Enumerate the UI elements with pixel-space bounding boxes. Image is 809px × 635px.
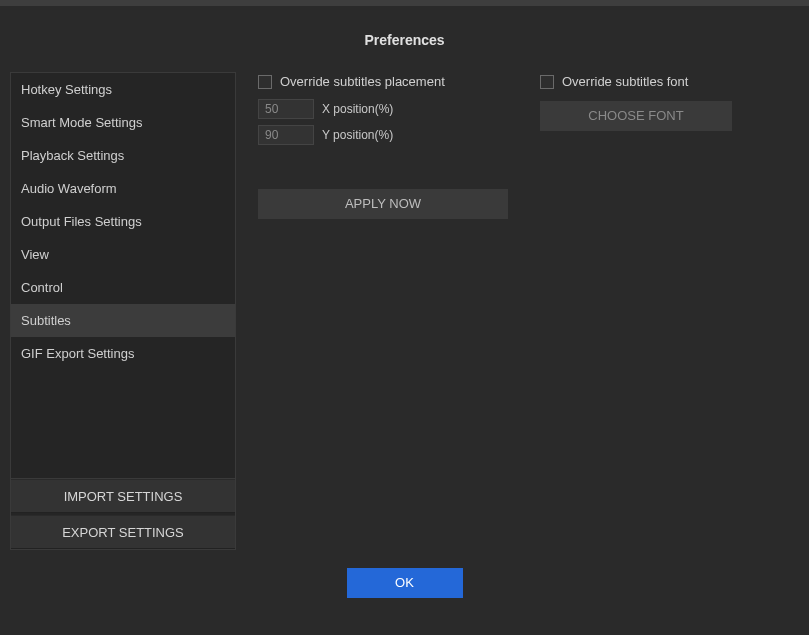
sidebar-item-audio-waveform[interactable]: Audio Waveform — [11, 172, 235, 205]
apply-now-button[interactable]: APPLY NOW — [258, 189, 508, 219]
override-font-row: Override subtitles font — [540, 74, 799, 89]
preferences-dialog: Preferences Hotkey Settings Smart Mode S… — [0, 6, 809, 608]
override-font-label: Override subtitles font — [562, 74, 688, 89]
override-placement-row: Override subtitles placement — [258, 74, 516, 89]
ok-button[interactable]: OK — [347, 568, 463, 598]
sidebar-buttons: IMPORT SETTINGS EXPORT SETTINGS — [11, 478, 235, 549]
placement-column: Override subtitles placement X position(… — [258, 74, 516, 550]
choose-font-button[interactable]: CHOOSE FONT — [540, 101, 732, 131]
sidebar-item-subtitles[interactable]: Subtitles — [11, 304, 235, 337]
override-placement-label: Override subtitles placement — [280, 74, 445, 89]
sidebar-item-view[interactable]: View — [11, 238, 235, 271]
sidebar-item-gif-export[interactable]: GIF Export Settings — [11, 337, 235, 370]
main-panel: Override subtitles placement X position(… — [258, 72, 799, 550]
sidebar-item-control[interactable]: Control — [11, 271, 235, 304]
import-settings-button[interactable]: IMPORT SETTINGS — [11, 479, 235, 513]
sidebar-item-output-files[interactable]: Output Files Settings — [11, 205, 235, 238]
x-position-input[interactable] — [258, 99, 314, 119]
font-column: Override subtitles font CHOOSE FONT — [540, 74, 799, 550]
y-position-label: Y position(%) — [322, 128, 393, 142]
sidebar-item-smart-mode[interactable]: Smart Mode Settings — [11, 106, 235, 139]
x-position-label: X position(%) — [322, 102, 393, 116]
x-position-row: X position(%) — [258, 99, 516, 119]
y-position-input[interactable] — [258, 125, 314, 145]
y-position-row: Y position(%) — [258, 125, 516, 145]
dialog-title: Preferences — [8, 6, 801, 72]
dialog-content: Hotkey Settings Smart Mode Settings Play… — [8, 72, 801, 550]
sidebar: Hotkey Settings Smart Mode Settings Play… — [10, 72, 236, 550]
sidebar-item-playback[interactable]: Playback Settings — [11, 139, 235, 172]
override-placement-checkbox[interactable] — [258, 75, 272, 89]
dialog-footer: OK — [8, 550, 801, 598]
sidebar-nav: Hotkey Settings Smart Mode Settings Play… — [11, 73, 235, 478]
sidebar-item-hotkey[interactable]: Hotkey Settings — [11, 73, 235, 106]
override-font-checkbox[interactable] — [540, 75, 554, 89]
export-settings-button[interactable]: EXPORT SETTINGS — [11, 515, 235, 549]
